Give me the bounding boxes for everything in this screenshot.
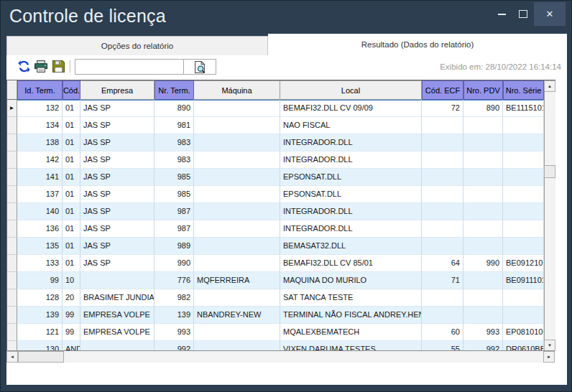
grid-cell[interactable] (422, 289, 463, 307)
grid-cell[interactable] (194, 238, 280, 255)
grid-cell[interactable]: 981 (154, 117, 194, 134)
grid-cell[interactable] (503, 307, 544, 324)
grid-cell[interactable] (463, 307, 503, 324)
grid-cell[interactable]: EMPRESA VOLPE (80, 324, 154, 341)
grid-cell[interactable] (463, 151, 503, 169)
grid-cell[interactable]: 01 (63, 255, 80, 272)
grid-cell[interactable]: MAQUINA DO MURILO (280, 272, 422, 289)
grid-cell[interactable]: JAS SP (80, 255, 154, 272)
table-row[interactable]: 13999EMPRESA VOLPE139NBANDREY-NEWTERMINA… (7, 307, 544, 324)
grid-cell[interactable]: 985 (154, 186, 194, 203)
grid-cell[interactable]: 776 (154, 272, 194, 289)
grid-cell[interactable]: 10 (63, 272, 80, 289)
grid-cell[interactable] (80, 272, 154, 289)
grid-cell[interactable]: 01 (63, 134, 80, 151)
grid-cell[interactable]: JAS SP (80, 203, 154, 220)
grid-cell[interactable]: BRASIMET JUNDIA (80, 289, 154, 307)
grid-cell[interactable]: 01 (63, 151, 80, 169)
grid-cell[interactable]: 990 (463, 255, 503, 272)
table-row[interactable]: 12199EMPRESA VOLPE993MQALEXBEMATECH60993… (7, 324, 544, 341)
scroll-up-button[interactable]: ▲ (544, 80, 555, 92)
grid-cell[interactable]: 99 (63, 307, 80, 324)
grid-cell[interactable]: 99 (17, 272, 63, 289)
grid-cell[interactable]: BEMASAT32.DLL (280, 238, 422, 255)
grid-cell[interactable]: 64 (422, 255, 463, 272)
grid-cell[interactable]: 142 (17, 151, 63, 169)
grid-cell[interactable]: EPSONSAT.DLL (280, 169, 422, 186)
grid-cell[interactable]: 138 (17, 134, 63, 151)
grid-cell[interactable] (503, 289, 544, 307)
grid-cell[interactable]: 01 (63, 169, 80, 186)
column-header[interactable]: Id. Term. (17, 80, 63, 100)
grid-cell[interactable]: 983 (154, 151, 194, 169)
grid-cell[interactable]: 136 (17, 220, 63, 238)
table-row[interactable]: 12820BRASIMET JUNDIA982SAT TANCA TESTE (7, 289, 544, 307)
vertical-scrollbar[interactable]: ▲ ▼ (544, 80, 555, 351)
grid-cell[interactable] (422, 307, 463, 324)
grid-cell[interactable]: JAS SP (80, 169, 154, 186)
grid-cell[interactable] (422, 169, 463, 186)
grid-cell[interactable]: JAS SP (80, 151, 154, 169)
grid-cell[interactable] (422, 151, 463, 169)
row-indicator[interactable] (7, 151, 17, 169)
grid-cell[interactable]: INTEGRADOR.DLL (280, 151, 422, 169)
grid-cell[interactable]: 890 (154, 100, 194, 117)
table-row[interactable]: 9910776MQFERREIRAMAQUINA DO MURILO71BE09… (7, 272, 544, 289)
grid-cell[interactable] (194, 220, 280, 238)
grid-cell[interactable]: JAS SP (80, 117, 154, 134)
grid-cell[interactable] (194, 151, 280, 169)
grid-cell[interactable] (463, 289, 503, 307)
grid-cell[interactable]: 01 (63, 100, 80, 117)
grid-cell[interactable]: 137 (17, 186, 63, 203)
tab-resultado[interactable]: Resultado (Dados do relatório) (268, 34, 567, 55)
print-button[interactable] (34, 59, 48, 73)
grid-cell[interactable]: 985 (154, 169, 194, 186)
table-row[interactable]: 13401JAS SP981NAO FISCAL (7, 117, 544, 134)
column-header[interactable]: Cód. ECF (422, 80, 463, 100)
grid-cell[interactable]: 993 (463, 324, 503, 341)
grid-cell[interactable] (463, 186, 503, 203)
grid-cell[interactable] (463, 134, 503, 151)
save-button[interactable] (51, 59, 65, 73)
grid-cell[interactable] (422, 238, 463, 255)
table-row[interactable]: 13601JAS SP987INTEGRADOR.DLL (7, 220, 544, 238)
grid-cell[interactable]: 139 (154, 307, 194, 324)
scroll-left-button[interactable]: ◄ (6, 351, 18, 363)
grid-cell[interactable]: MQALEXBEMATECH (280, 324, 422, 341)
grid-cell[interactable]: BEMAFI32.DLL CV 85/01 (280, 255, 422, 272)
table-row[interactable]: 14101JAS SP985EPSONSAT.DLL (7, 169, 544, 186)
grid-cell[interactable]: VIXEN DARUMA TESTES (280, 341, 422, 351)
grid-cell[interactable]: 141 (17, 169, 63, 186)
grid-cell[interactable]: DR0610BB00 (503, 341, 544, 351)
scroll-down-button[interactable]: ▼ (544, 340, 555, 351)
grid-cell[interactable]: BE09121010 (503, 255, 544, 272)
column-header[interactable]: Nro. Série (503, 80, 544, 100)
grid-cell[interactable]: SAT TANCA TESTE (280, 289, 422, 307)
scroll-right-button[interactable]: ► (543, 351, 555, 363)
row-indicator[interactable] (7, 186, 17, 203)
grid-cell[interactable] (422, 220, 463, 238)
report-preview-button[interactable] (183, 60, 216, 74)
grid-cell[interactable] (463, 203, 503, 220)
grid-cell[interactable]: 01 (63, 220, 80, 238)
row-indicator[interactable] (7, 238, 17, 255)
refresh-button[interactable] (17, 59, 31, 73)
grid-cell[interactable]: JAS SP (80, 220, 154, 238)
grid-cell[interactable] (503, 203, 544, 220)
column-header[interactable]: Cód. (63, 80, 80, 100)
grid-cell[interactable]: 99 (63, 324, 80, 341)
grid-cell[interactable] (194, 100, 280, 117)
column-header[interactable]: Nr. Term. (154, 80, 194, 100)
grid-cell[interactable]: BE11151010 (503, 100, 544, 117)
grid-cell[interactable]: BE09111010 (503, 272, 544, 289)
grid-cell[interactable] (194, 169, 280, 186)
vertical-scroll-thumb[interactable] (544, 165, 555, 178)
grid-cell[interactable] (422, 186, 463, 203)
row-indicator[interactable] (7, 203, 17, 220)
grid-cell[interactable] (194, 203, 280, 220)
grid-cell[interactable] (463, 238, 503, 255)
grid-cell[interactable]: 983 (154, 134, 194, 151)
grid-cell[interactable]: 60 (422, 324, 463, 341)
grid-cell[interactable] (194, 324, 280, 341)
row-pointer-icon[interactable]: ► (7, 100, 17, 117)
